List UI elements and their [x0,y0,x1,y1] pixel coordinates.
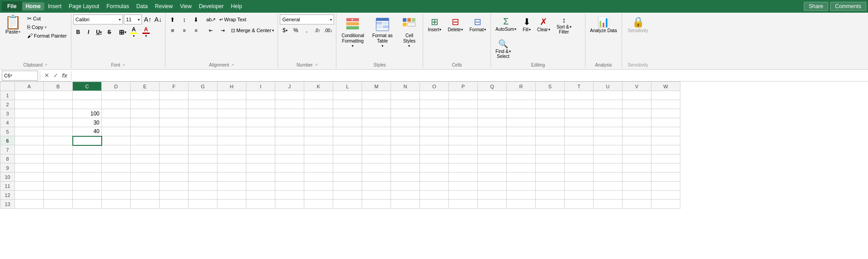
cell-P2[interactable] [449,100,478,109]
cell-G8[interactable] [189,154,217,163]
cell-P4[interactable] [449,118,478,127]
cell-E2[interactable] [131,100,160,109]
cell-C10[interactable] [73,173,102,182]
merge-center-button[interactable]: ⊡ Merge & Center ▾ [229,27,276,34]
cell-N11[interactable] [391,182,420,191]
cell-T4[interactable] [565,118,594,127]
cell-F5[interactable] [160,127,189,136]
cell-U10[interactable] [594,173,623,182]
cell-E9[interactable] [131,163,160,173]
cell-I6[interactable] [246,136,275,145]
cell-L7[interactable] [333,145,362,154]
cell-F3[interactable] [160,109,189,118]
cell-E10[interactable] [131,173,160,182]
cell-K3[interactable] [304,109,333,118]
cell-O9[interactable] [420,163,449,173]
cell-J8[interactable] [275,154,304,163]
cell-M13[interactable] [362,200,391,209]
cell-W4[interactable] [651,118,680,127]
col-header-S[interactable]: S [536,82,565,91]
cell-T10[interactable] [565,173,594,182]
cell-J7[interactable] [275,145,304,154]
cell-P10[interactable] [449,173,478,182]
menu-home[interactable]: Home [22,2,44,10]
cell-U11[interactable] [594,182,623,191]
cell-Q9[interactable] [478,163,507,173]
cell-F1[interactable] [160,91,189,100]
conditional-formatting-button[interactable]: ▶ ConditionalFormatting ▾ [338,14,367,49]
borders-button[interactable]: ⊞▾ [118,27,127,37]
strikethrough-button[interactable]: S [104,27,114,37]
cell-E13[interactable] [131,200,160,209]
cell-J12[interactable] [275,191,304,200]
cell-P3[interactable] [449,109,478,118]
cell-S2[interactable] [536,100,565,109]
menu-help[interactable]: Help [227,2,246,10]
cell-L13[interactable] [333,200,362,209]
cell-F2[interactable] [160,100,189,109]
cell-A10[interactable] [15,173,44,182]
cell-A4[interactable] [15,118,44,127]
cell-A1[interactable] [15,91,44,100]
col-header-Q[interactable]: Q [478,82,507,91]
cell-O1[interactable] [420,91,449,100]
cell-R3[interactable] [507,109,536,118]
clear-button[interactable]: ✗ Clear ▾ [534,14,553,34]
cell-G12[interactable] [189,191,217,200]
cell-C6[interactable] [73,136,102,145]
font-expand-icon[interactable]: ↗ [122,63,125,67]
dollar-button[interactable]: $ ▾ [280,25,290,35]
cell-S4[interactable] [536,118,565,127]
row-number-11[interactable]: 11 [0,182,15,191]
align-left-button[interactable]: ≡ [167,25,178,35]
cell-T6[interactable] [565,136,594,145]
cell-H13[interactable] [217,200,246,209]
cell-G7[interactable] [189,145,217,154]
cell-R12[interactable] [507,191,536,200]
cell-V1[interactable] [623,91,651,100]
cell-K9[interactable] [304,163,333,173]
cell-T5[interactable] [565,127,594,136]
format-painter-button[interactable]: 🖌 Format Painter [25,32,69,40]
col-header-D[interactable]: D [102,82,131,91]
cell-L12[interactable] [333,191,362,200]
cell-I2[interactable] [246,100,275,109]
menu-developer[interactable]: Developer [195,2,227,10]
cell-O11[interactable] [420,182,449,191]
cell-T13[interactable] [565,200,594,209]
cell-Q3[interactable] [478,109,507,118]
cell-K10[interactable] [304,173,333,182]
cell-P13[interactable] [449,200,478,209]
cell-S9[interactable] [536,163,565,173]
cell-V4[interactable] [623,118,651,127]
cell-B12[interactable] [44,191,73,200]
col-header-O[interactable]: O [420,82,449,91]
cell-B3[interactable] [44,109,73,118]
cell-M10[interactable] [362,173,391,182]
cell-G9[interactable] [189,163,217,173]
menu-review[interactable]: Review [151,2,176,10]
cell-W13[interactable] [651,200,680,209]
col-header-W[interactable]: W [651,82,680,91]
cell-C2[interactable] [73,100,102,109]
fill-color-button[interactable]: A ▾ [128,25,140,39]
cell-N1[interactable] [391,91,420,100]
number-format-box[interactable]: General ▾ [280,14,334,24]
menu-data[interactable]: Data [132,2,151,10]
cell-D1[interactable] [102,91,131,100]
cell-H6[interactable] [217,136,246,145]
cell-M12[interactable] [362,191,391,200]
percent-button[interactable]: % [291,25,301,35]
cell-J13[interactable] [275,200,304,209]
cell-M5[interactable] [362,127,391,136]
cell-V9[interactable] [623,163,651,173]
alignment-expand-icon[interactable]: ↗ [231,63,234,67]
cell-T3[interactable] [565,109,594,118]
cell-T7[interactable] [565,145,594,154]
cell-A2[interactable] [15,100,44,109]
col-header-B[interactable]: B [44,82,73,91]
cell-Q7[interactable] [478,145,507,154]
cell-T9[interactable] [565,163,594,173]
cell-M9[interactable] [362,163,391,173]
cell-W10[interactable] [651,173,680,182]
